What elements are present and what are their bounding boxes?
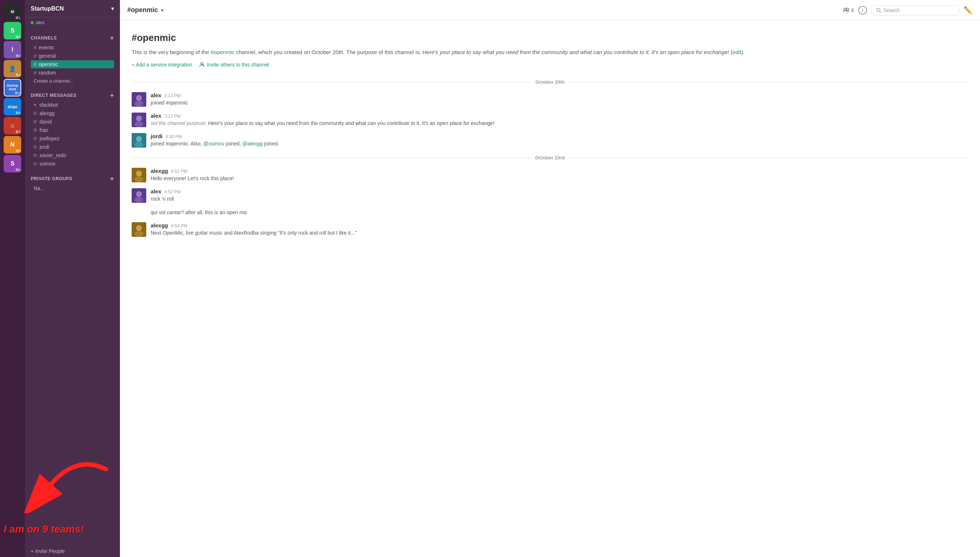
search-bar[interactable]: Search [871, 5, 959, 15]
current-user-name: alex [36, 20, 45, 25]
message-text-2: set the channel purpose: Here's your pla… [151, 119, 494, 127]
mention-xsimov[interactable]: @xsimov [203, 141, 225, 147]
message-time-5: 4:52 PM [164, 189, 181, 194]
icon-item-1[interactable]: M ⌘1 [4, 3, 21, 21]
team-name: StartupBCN [31, 5, 64, 12]
icon-badge-2: ⌘2 [15, 35, 21, 39]
icon-item-4[interactable]: 👤 ⌘4 [4, 60, 21, 78]
dm-item-david[interactable]: david [31, 118, 114, 126]
dm-item-fran[interactable]: fran [31, 126, 114, 134]
private-groups-header: PRIVATE GROUPS + [31, 176, 114, 182]
icon-badge-9: ⌘9 [15, 168, 21, 172]
person-icon [199, 62, 204, 67]
avatar-image-alex-2 [132, 112, 146, 127]
channel-intro-description: This is the very beginning of the #openm… [132, 48, 968, 57]
invite-others-button[interactable]: Invite others to this channel [199, 62, 269, 68]
invite-others-label: Invite others to this channel [207, 62, 269, 68]
channel-item-openmic[interactable]: # openmic [31, 60, 114, 68]
hash-icon: # [34, 70, 37, 76]
members-count[interactable]: 4 [843, 7, 854, 13]
members-icon [843, 8, 850, 13]
dm-label: DIRECT MESSAGES [31, 93, 77, 98]
message-header-5: alex 4:52 PM [151, 188, 181, 194]
svg-point-24 [135, 231, 143, 237]
icon-badge-5: ⌘5 [15, 91, 20, 95]
sidebar-header[interactable]: StartupBCN ▾ [25, 0, 120, 18]
add-dm-button[interactable]: + [110, 92, 114, 99]
heart-icon: ♥ [34, 103, 36, 107]
message-group-2: alex 3:13 PM set the channel purpose: He… [132, 112, 968, 127]
icon-item-3[interactable]: I ⌘3 [4, 41, 21, 59]
search-icon [876, 8, 881, 13]
dm-item-alexgg[interactable]: alexgg [31, 109, 114, 117]
message-time-7: 4:54 PM [171, 223, 188, 228]
user-status: alex [25, 18, 120, 29]
avatar-image-alex [132, 92, 146, 107]
svg-point-21 [135, 197, 143, 203]
channel-name-openmic: openmic [39, 62, 58, 67]
message-header-1: alex 3:13 PM [151, 92, 188, 98]
info-button[interactable]: i [858, 6, 867, 15]
search-placeholder: Search [884, 7, 900, 13]
avatar-image-alexgg-2 [132, 222, 146, 237]
dm-status-alexgg [34, 112, 37, 115]
svg-point-1 [846, 8, 849, 10]
message-content-2: alex 3:13 PM set the channel purpose: He… [151, 112, 494, 127]
compose-icon[interactable]: ✏️ [964, 6, 973, 15]
channel-item-random[interactable]: # random [31, 69, 114, 77]
private-group-item-na[interactable]: Na... [31, 184, 114, 192]
message-time-1: 3:13 PM [164, 93, 181, 98]
date-divider-oct20: October 20th [132, 79, 968, 85]
create-channel-link[interactable]: Create a channel... [31, 77, 114, 85]
invite-people-button[interactable]: + Invite People [25, 545, 120, 557]
sidebar-chevron[interactable]: ▾ [111, 5, 114, 12]
message-group-7: alexgg 4:54 PM Next OpenMic, live guitar… [132, 222, 968, 237]
message-author-5: alex [151, 188, 161, 194]
dm-item-xsimov[interactable]: xsimov [31, 160, 114, 168]
add-private-group-button[interactable]: + [110, 176, 114, 182]
topbar-left: #openmic ▾ [127, 6, 163, 14]
dm-status-joellopez [34, 137, 37, 140]
hash-icon: # [34, 45, 37, 50]
add-channel-button[interactable]: + [110, 35, 114, 41]
message-text-4: Hello everyone! Let's rock this place! [151, 175, 234, 182]
edit-link[interactable]: edit [732, 49, 741, 55]
svg-point-20 [136, 191, 142, 197]
online-status-dot [31, 21, 34, 24]
date-label-oct20: October 20th [535, 79, 564, 85]
add-service-integration-button[interactable]: + Add a service integration [132, 62, 192, 68]
message-content-6: qui vol cantar? after all, this is an op… [151, 209, 248, 217]
avatar-image-alex-3 [132, 188, 146, 203]
icon-item-6[interactable]: stripe ⌘6 [4, 98, 21, 116]
svg-point-18 [135, 176, 143, 182]
icon-item-7[interactable]: ○ ⌘7 [4, 117, 21, 135]
dm-item-jordi[interactable]: jordi [31, 143, 114, 151]
chat-area: #openmic This is the very beginning of t… [120, 21, 980, 557]
svg-point-8 [136, 95, 142, 101]
message-content-5: alex 4:52 PM rock 'n roll [151, 188, 181, 203]
icon-item-9[interactable]: S ⌘9 [4, 155, 21, 173]
dm-item-xavier_redo[interactable]: xavier_redo [31, 151, 114, 160]
channel-item-events[interactable]: # events [31, 44, 114, 52]
avatar-alex-3 [132, 188, 146, 203]
icon-item-5[interactable]: Startup2015 ⌘5 [4, 79, 21, 96]
dm-item-joellopez[interactable]: joellopez [31, 135, 114, 143]
icon-item-2[interactable]: S ⌘2 [4, 22, 21, 39]
svg-point-14 [136, 136, 142, 142]
dm-item-slackbot[interactable]: ♥ slackbot [31, 101, 114, 109]
message-content-4: alexgg 4:52 PM Hello everyone! Let's roc… [151, 168, 234, 182]
channel-link[interactable]: #openmic [210, 49, 235, 55]
message-text-6: qui vol cantar? after all, this is an op… [151, 209, 248, 217]
icon-item-8[interactable]: N ⌘8 [4, 136, 21, 153]
message-text-3: joined #openmic. Also, @xsimov joined, @… [151, 140, 279, 148]
dm-name-xavier: xavier_redo [39, 152, 66, 158]
message-text-5: rock 'n roll [151, 195, 181, 203]
dm-status-fran [34, 129, 37, 132]
topbar-channel-chevron[interactable]: ▾ [161, 7, 163, 13]
channel-item-general[interactable]: # general [31, 52, 114, 60]
mention-alexgg[interactable]: @alexgg [243, 141, 263, 147]
dm-name-david: david [39, 119, 52, 125]
channel-intro: #openmic This is the very beginning of t… [132, 32, 968, 68]
message-group-3: jordi 4:30 PM joined #openmic. Also, @xs… [132, 133, 968, 148]
dm-name-jordi: jordi [39, 144, 49, 150]
